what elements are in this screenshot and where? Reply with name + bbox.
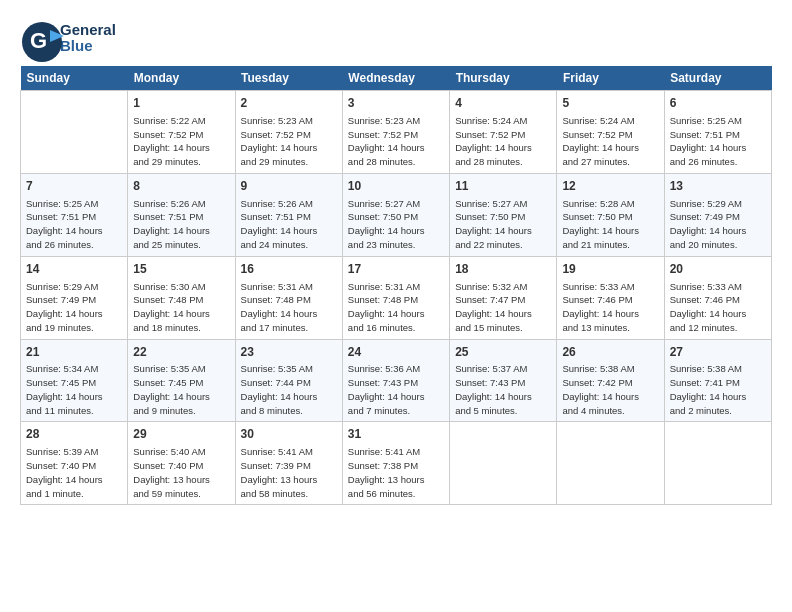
day-info: Sunrise: 5:26 AM Sunset: 7:51 PM Dayligh…: [241, 197, 337, 252]
day-number: 9: [241, 178, 337, 195]
day-number: 11: [455, 178, 551, 195]
calendar-cell: 1Sunrise: 5:22 AM Sunset: 7:52 PM Daylig…: [128, 91, 235, 174]
calendar-cell: 30Sunrise: 5:41 AM Sunset: 7:39 PM Dayli…: [235, 422, 342, 505]
day-number: 29: [133, 426, 229, 443]
day-info: Sunrise: 5:40 AM Sunset: 7:40 PM Dayligh…: [133, 445, 229, 500]
day-number: 2: [241, 95, 337, 112]
day-info: Sunrise: 5:28 AM Sunset: 7:50 PM Dayligh…: [562, 197, 658, 252]
day-number: 25: [455, 344, 551, 361]
day-number: 30: [241, 426, 337, 443]
day-number: 21: [26, 344, 122, 361]
calendar-cell: 19Sunrise: 5:33 AM Sunset: 7:46 PM Dayli…: [557, 256, 664, 339]
calendar-cell: 14Sunrise: 5:29 AM Sunset: 7:49 PM Dayli…: [21, 256, 128, 339]
day-info: Sunrise: 5:38 AM Sunset: 7:41 PM Dayligh…: [670, 362, 766, 417]
calendar-cell: 28Sunrise: 5:39 AM Sunset: 7:40 PM Dayli…: [21, 422, 128, 505]
day-info: Sunrise: 5:38 AM Sunset: 7:42 PM Dayligh…: [562, 362, 658, 417]
calendar-cell: [664, 422, 771, 505]
day-info: Sunrise: 5:35 AM Sunset: 7:44 PM Dayligh…: [241, 362, 337, 417]
day-info: Sunrise: 5:34 AM Sunset: 7:45 PM Dayligh…: [26, 362, 122, 417]
day-number: 3: [348, 95, 444, 112]
week-row-2: 7Sunrise: 5:25 AM Sunset: 7:51 PM Daylig…: [21, 173, 772, 256]
day-number: 10: [348, 178, 444, 195]
day-number: 1: [133, 95, 229, 112]
day-number: 18: [455, 261, 551, 278]
day-info: Sunrise: 5:39 AM Sunset: 7:40 PM Dayligh…: [26, 445, 122, 500]
calendar-cell: 27Sunrise: 5:38 AM Sunset: 7:41 PM Dayli…: [664, 339, 771, 422]
day-number: 17: [348, 261, 444, 278]
calendar-cell: 15Sunrise: 5:30 AM Sunset: 7:48 PM Dayli…: [128, 256, 235, 339]
calendar-cell: 3Sunrise: 5:23 AM Sunset: 7:52 PM Daylig…: [342, 91, 449, 174]
calendar-cell: 7Sunrise: 5:25 AM Sunset: 7:51 PM Daylig…: [21, 173, 128, 256]
day-number: 20: [670, 261, 766, 278]
day-info: Sunrise: 5:33 AM Sunset: 7:46 PM Dayligh…: [670, 280, 766, 335]
calendar-cell: 10Sunrise: 5:27 AM Sunset: 7:50 PM Dayli…: [342, 173, 449, 256]
calendar-cell: 16Sunrise: 5:31 AM Sunset: 7:48 PM Dayli…: [235, 256, 342, 339]
day-number: 19: [562, 261, 658, 278]
calendar-cell: [557, 422, 664, 505]
calendar-cell: 26Sunrise: 5:38 AM Sunset: 7:42 PM Dayli…: [557, 339, 664, 422]
calendar-cell: 18Sunrise: 5:32 AM Sunset: 7:47 PM Dayli…: [450, 256, 557, 339]
day-number: 5: [562, 95, 658, 112]
calendar-cell: 22Sunrise: 5:35 AM Sunset: 7:45 PM Dayli…: [128, 339, 235, 422]
day-info: Sunrise: 5:31 AM Sunset: 7:48 PM Dayligh…: [348, 280, 444, 335]
day-number: 23: [241, 344, 337, 361]
calendar-cell: 11Sunrise: 5:27 AM Sunset: 7:50 PM Dayli…: [450, 173, 557, 256]
day-info: Sunrise: 5:22 AM Sunset: 7:52 PM Dayligh…: [133, 114, 229, 169]
week-row-5: 28Sunrise: 5:39 AM Sunset: 7:40 PM Dayli…: [21, 422, 772, 505]
day-number: 26: [562, 344, 658, 361]
calendar-cell: 8Sunrise: 5:26 AM Sunset: 7:51 PM Daylig…: [128, 173, 235, 256]
calendar-cell: 13Sunrise: 5:29 AM Sunset: 7:49 PM Dayli…: [664, 173, 771, 256]
day-info: Sunrise: 5:33 AM Sunset: 7:46 PM Dayligh…: [562, 280, 658, 335]
day-info: Sunrise: 5:36 AM Sunset: 7:43 PM Dayligh…: [348, 362, 444, 417]
day-info: Sunrise: 5:30 AM Sunset: 7:48 PM Dayligh…: [133, 280, 229, 335]
day-info: Sunrise: 5:25 AM Sunset: 7:51 PM Dayligh…: [670, 114, 766, 169]
day-info: Sunrise: 5:35 AM Sunset: 7:45 PM Dayligh…: [133, 362, 229, 417]
day-number: 14: [26, 261, 122, 278]
calendar-cell: 6Sunrise: 5:25 AM Sunset: 7:51 PM Daylig…: [664, 91, 771, 174]
day-number: 12: [562, 178, 658, 195]
calendar-cell: 17Sunrise: 5:31 AM Sunset: 7:48 PM Dayli…: [342, 256, 449, 339]
day-number: 24: [348, 344, 444, 361]
day-number: 4: [455, 95, 551, 112]
calendar-cell: [450, 422, 557, 505]
week-row-1: 1Sunrise: 5:22 AM Sunset: 7:52 PM Daylig…: [21, 91, 772, 174]
logo-icon: G: [20, 20, 56, 56]
calendar-cell: 23Sunrise: 5:35 AM Sunset: 7:44 PM Dayli…: [235, 339, 342, 422]
calendar-cell: 12Sunrise: 5:28 AM Sunset: 7:50 PM Dayli…: [557, 173, 664, 256]
day-number: 13: [670, 178, 766, 195]
col-header-saturday: Saturday: [664, 66, 771, 91]
day-number: 8: [133, 178, 229, 195]
calendar-cell: [21, 91, 128, 174]
col-header-sunday: Sunday: [21, 66, 128, 91]
day-number: 22: [133, 344, 229, 361]
day-info: Sunrise: 5:32 AM Sunset: 7:47 PM Dayligh…: [455, 280, 551, 335]
header: G GeneralBlue: [20, 20, 772, 56]
col-header-monday: Monday: [128, 66, 235, 91]
day-info: Sunrise: 5:23 AM Sunset: 7:52 PM Dayligh…: [241, 114, 337, 169]
day-info: Sunrise: 5:31 AM Sunset: 7:48 PM Dayligh…: [241, 280, 337, 335]
calendar-cell: 9Sunrise: 5:26 AM Sunset: 7:51 PM Daylig…: [235, 173, 342, 256]
calendar-cell: 5Sunrise: 5:24 AM Sunset: 7:52 PM Daylig…: [557, 91, 664, 174]
calendar-cell: 20Sunrise: 5:33 AM Sunset: 7:46 PM Dayli…: [664, 256, 771, 339]
calendar-cell: 21Sunrise: 5:34 AM Sunset: 7:45 PM Dayli…: [21, 339, 128, 422]
calendar-cell: 4Sunrise: 5:24 AM Sunset: 7:52 PM Daylig…: [450, 91, 557, 174]
calendar-cell: 31Sunrise: 5:41 AM Sunset: 7:38 PM Dayli…: [342, 422, 449, 505]
col-header-tuesday: Tuesday: [235, 66, 342, 91]
calendar-cell: 29Sunrise: 5:40 AM Sunset: 7:40 PM Dayli…: [128, 422, 235, 505]
day-info: Sunrise: 5:41 AM Sunset: 7:38 PM Dayligh…: [348, 445, 444, 500]
day-info: Sunrise: 5:29 AM Sunset: 7:49 PM Dayligh…: [26, 280, 122, 335]
col-header-thursday: Thursday: [450, 66, 557, 91]
day-number: 31: [348, 426, 444, 443]
day-number: 16: [241, 261, 337, 278]
day-info: Sunrise: 5:37 AM Sunset: 7:43 PM Dayligh…: [455, 362, 551, 417]
day-info: Sunrise: 5:27 AM Sunset: 7:50 PM Dayligh…: [455, 197, 551, 252]
day-number: 15: [133, 261, 229, 278]
header-row: SundayMondayTuesdayWednesdayThursdayFrid…: [21, 66, 772, 91]
day-info: Sunrise: 5:29 AM Sunset: 7:49 PM Dayligh…: [670, 197, 766, 252]
calendar-cell: 2Sunrise: 5:23 AM Sunset: 7:52 PM Daylig…: [235, 91, 342, 174]
day-info: Sunrise: 5:26 AM Sunset: 7:51 PM Dayligh…: [133, 197, 229, 252]
day-number: 27: [670, 344, 766, 361]
day-info: Sunrise: 5:25 AM Sunset: 7:51 PM Dayligh…: [26, 197, 122, 252]
calendar-cell: 25Sunrise: 5:37 AM Sunset: 7:43 PM Dayli…: [450, 339, 557, 422]
day-number: 28: [26, 426, 122, 443]
